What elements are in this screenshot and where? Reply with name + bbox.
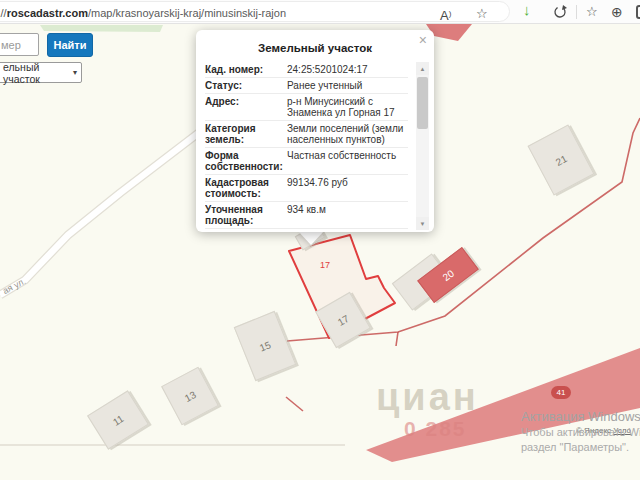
watermark-text: циан: [376, 376, 479, 419]
scroll-up-icon[interactable]: ▲: [416, 62, 429, 75]
address-bar[interactable]: s://roscadastr.com/map/krasnoyarskij-kra…: [0, 1, 510, 22]
scrollbar-thumb[interactable]: [417, 77, 428, 129]
table-row: Форма собственности:Частная собственност…: [205, 148, 408, 175]
url-text: s://roscadastr.com/map/krasnoyarskij-kra…: [0, 7, 286, 19]
popup-details-table: Кад. номер:24:25:5201024:17 Статус:Ранее…: [205, 62, 408, 230]
table-row: Кад. номер:24:25:5201024:17: [205, 62, 408, 78]
url-path: /map/krasnoyarskij-kraj/minusinskij-rajo…: [88, 7, 286, 19]
add-favorite-icon[interactable]: ☆: [476, 5, 488, 23]
parcel-info-popup: × Земельный участок Кад. номер:24:25:520…: [196, 30, 434, 232]
table-row: РазрешенноеДля ведения личного подсобног…: [205, 229, 408, 230]
download-icon[interactable]: ↓: [523, 1, 531, 19]
popup-scrollbar[interactable]: ▲ ▼: [416, 62, 429, 230]
table-row: Уточненная площадь:934 кв.м: [205, 202, 408, 229]
cadastral-number-input[interactable]: [0, 33, 39, 56]
windows-activation-watermark: Активация Windows Чтобы активировать Win…: [521, 409, 640, 455]
url-prefix: s://: [0, 7, 7, 19]
scroll-down-icon[interactable]: ▼: [416, 217, 429, 230]
row-label: Форма собственности:: [205, 150, 281, 172]
popup-pointer-tail: [298, 231, 324, 245]
building-label: 13: [183, 389, 198, 404]
extensions-icon[interactable]: ⊕: [611, 3, 623, 21]
row-value: 99134.76 руб: [287, 177, 408, 199]
row-value: Частная собственность: [287, 150, 408, 172]
collections-icon[interactable]: ☆: [586, 3, 598, 21]
row-label: Кад. номер:: [205, 64, 281, 75]
browser-essentials-icon[interactable]: [553, 5, 567, 24]
activation-title: Активация Windows: [521, 409, 640, 425]
toolbar-divider: [576, 5, 577, 19]
building-label: 15: [258, 339, 272, 353]
table-row: Адрес:р-н Минусинский с Знаменка ул Горн…: [205, 94, 408, 121]
row-label: Категория земель:: [205, 123, 281, 145]
row-value: 934 кв.м: [287, 204, 408, 226]
browser-toolbar: s://roscadastr.com/map/krasnoyarskij-kra…: [0, 0, 640, 24]
url-domain: roscadastr.com: [7, 7, 88, 19]
read-aloud-icon[interactable]: A): [440, 5, 451, 25]
activation-line1: Чтобы активировать Windo: [521, 425, 640, 440]
table-row: Статус:Ранее учтенный: [205, 78, 408, 94]
row-label: Уточненная площадь:: [205, 204, 281, 226]
parcel-number-label: 17: [320, 260, 330, 270]
split-screen-icon[interactable]: [636, 5, 640, 19]
building-label: 11: [111, 413, 126, 428]
boundary-tick: [396, 332, 398, 346]
object-type-select[interactable]: ельный участок ▾: [0, 62, 82, 83]
table-row: Кадастровая стоимость:99134.76 руб: [205, 175, 408, 202]
row-label: Статус:: [205, 80, 281, 91]
activation-line2: раздел "Параметры".: [521, 440, 640, 455]
building-label: 17: [335, 312, 350, 327]
row-label: Кадастровая стоимость:: [205, 177, 281, 199]
row-value: р-н Минусинский с Знаменка ул Горная 17: [287, 96, 408, 118]
find-button[interactable]: Найти: [47, 33, 93, 57]
boundary-segment: [286, 397, 303, 411]
popup-title: Земельный участок: [196, 30, 434, 54]
row-value: Земли поселений (земли населенных пункто…: [287, 123, 408, 145]
building-label: 21: [554, 153, 569, 168]
building-label: 20: [440, 267, 456, 282]
chevron-down-icon: ▾: [73, 68, 77, 77]
watermark-number: 0 285: [404, 417, 467, 441]
row-value: Ранее учтенный: [287, 80, 408, 91]
zone-number-badge: 41: [551, 386, 571, 399]
row-label: Адрес:: [205, 96, 281, 118]
select-value: ельный участок: [3, 61, 73, 85]
table-row: Категория земель:Земли поселений (земли …: [205, 121, 408, 148]
close-icon[interactable]: ×: [419, 33, 427, 47]
row-value: 24:25:5201024:17: [287, 64, 408, 75]
